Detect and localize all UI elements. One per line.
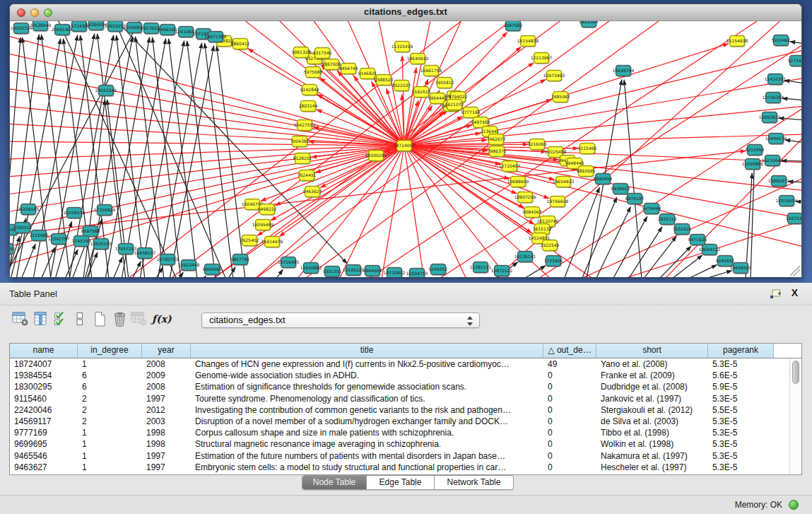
graph-node[interactable]: 1115686 bbox=[30, 230, 49, 243]
graph-node[interactable]: 2867608 bbox=[322, 59, 341, 71]
graph-node[interactable]: 16210643 bbox=[762, 156, 784, 168]
graph-node[interactable]: 19654923 bbox=[553, 177, 575, 189]
graph-node[interactable]: 1621072 bbox=[445, 100, 464, 112]
graph-node[interactable]: 10698505 bbox=[730, 263, 752, 275]
graph-node[interactable]: 20053346 bbox=[95, 86, 117, 98]
graph-node[interactable]: 1840954 bbox=[594, 174, 613, 186]
column-header-in_degree[interactable]: in_degree bbox=[78, 344, 142, 358]
graph-node[interactable]: 7004381 bbox=[290, 136, 310, 148]
graph-node[interactable]: 17359924 bbox=[94, 205, 116, 217]
graph-node[interactable]: 7632621 bbox=[673, 224, 692, 236]
column-header-pagerank[interactable]: pagerank bbox=[708, 344, 774, 358]
table-cell[interactable]: 1997 bbox=[142, 462, 191, 473]
graph-node[interactable]: 17016504 bbox=[776, 196, 798, 208]
graph-node[interactable]: 26206595 bbox=[18, 204, 40, 216]
graph-node[interactable]: 1145190 bbox=[72, 236, 91, 248]
graph-node[interactable]: 7625402 bbox=[240, 235, 259, 247]
table-mode-icon[interactable] bbox=[12, 311, 29, 329]
graph-edge[interactable] bbox=[794, 269, 800, 276]
table-cell[interactable]: 0 bbox=[543, 416, 596, 427]
graph-edge[interactable] bbox=[276, 269, 283, 277]
graph-edge[interactable] bbox=[187, 41, 216, 277]
graph-node[interactable]: 1167530 bbox=[786, 214, 801, 226]
graph-edge[interactable] bbox=[21, 244, 35, 277]
table-cell[interactable]: 1998 bbox=[142, 427, 191, 438]
table-row[interactable]: 1938455462009Genome-wide association stu… bbox=[10, 370, 790, 381]
graph-edge[interactable] bbox=[596, 207, 630, 277]
graph-edge[interactable] bbox=[703, 271, 732, 277]
table-cell[interactable]: Corpus callosum shape and size in male p… bbox=[191, 427, 543, 438]
graph-node[interactable]: 16914479 bbox=[261, 237, 283, 249]
graph-edge[interactable] bbox=[782, 98, 801, 100]
graph-node[interactable]: 2935114 bbox=[658, 214, 677, 226]
graph-node[interactable]: 5498222 bbox=[258, 204, 277, 216]
graph-edge[interactable] bbox=[10, 146, 404, 159]
graph-node[interactable]: 11416301 bbox=[765, 74, 787, 86]
table-row[interactable]: 969969511998Structural magnetic resonanc… bbox=[10, 438, 790, 450]
graph-node[interactable]: 2087682 bbox=[504, 21, 523, 32]
graph-edge[interactable] bbox=[140, 41, 184, 277]
graph-edge[interactable] bbox=[113, 257, 122, 277]
table-cell[interactable]: 5.3E-5 bbox=[708, 416, 774, 427]
graph-node[interactable]: 9061328 bbox=[292, 47, 311, 59]
graph-node[interactable]: 12706304 bbox=[763, 93, 784, 105]
table-cell[interactable]: 2003 bbox=[142, 416, 191, 427]
graph-node[interactable]: 9474444 bbox=[642, 204, 661, 216]
graph-node[interactable]: 18807299 bbox=[514, 192, 536, 204]
table-cell[interactable]: 5.5E-5 bbox=[708, 404, 774, 416]
table-row[interactable]: 1830029562008Estimation of significance … bbox=[10, 381, 790, 392]
table-cell[interactable]: Stergiakouli et al. (2012) bbox=[596, 404, 708, 416]
graph-node[interactable]: 16099489 bbox=[252, 220, 274, 232]
table-cell[interactable]: 9463627 bbox=[10, 462, 78, 473]
table-cell[interactable]: 5.3E-5 bbox=[708, 450, 774, 462]
table-row[interactable]: 946362711997Embryonic stem cells: a mode… bbox=[10, 462, 790, 473]
table-cell[interactable]: 0 bbox=[543, 438, 596, 450]
table-scrollbar-thumb[interactable] bbox=[792, 361, 799, 384]
graph-node[interactable]: 16154838 bbox=[517, 36, 539, 48]
table-cell[interactable]: Estimation of significance thresholds fo… bbox=[191, 381, 543, 392]
tab-edge-table[interactable]: Edge Table bbox=[367, 476, 435, 489]
tab-network-table[interactable]: Network Table bbox=[435, 476, 513, 489]
graph-node[interactable]: 10195220 bbox=[343, 265, 365, 277]
graph-edge[interactable] bbox=[751, 159, 755, 277]
graph-node[interactable]: 8128251 bbox=[293, 153, 312, 165]
table-cell[interactable]: 5.9E-5 bbox=[708, 381, 774, 392]
table-row[interactable]: 1872400712008Changes of HCN gene express… bbox=[10, 358, 790, 370]
table-cell[interactable]: 2 bbox=[78, 393, 142, 404]
graph-node[interactable]: 9331351 bbox=[323, 267, 342, 278]
table-cell[interactable]: Disruption of a novel member of a sodium… bbox=[191, 416, 543, 427]
table-cell[interactable]: Nakamura et al. (1997) bbox=[596, 450, 708, 462]
graph-node[interactable]: 11595806 bbox=[742, 159, 764, 171]
table-cell[interactable]: 6 bbox=[78, 381, 142, 392]
table-select-dropdown[interactable]: citations_edges.txt bbox=[201, 313, 480, 328]
table-cell[interactable]: 9699695 bbox=[10, 438, 78, 450]
graph-edge[interactable] bbox=[254, 146, 404, 277]
table-cell[interactable]: 2012 bbox=[142, 404, 191, 416]
graph-edge[interactable] bbox=[10, 146, 404, 177]
graph-node[interactable]: 8815304 bbox=[579, 21, 599, 28]
graph-node[interactable]: 10427552 bbox=[294, 120, 316, 132]
graph-node[interactable]: 9146821 bbox=[358, 69, 377, 81]
graph-node[interactable]: 9317546 bbox=[313, 48, 332, 60]
graph-node[interactable]: 7955812 bbox=[435, 78, 454, 90]
table-cell[interactable]: 1997 bbox=[142, 450, 191, 462]
table-cell[interactable]: 5.3E-5 bbox=[708, 462, 774, 473]
graph-node[interactable]: 9699695 bbox=[203, 264, 222, 276]
table-cell[interactable]: Genome-wide association studies in ADHD. bbox=[191, 370, 543, 381]
graph-node[interactable]: 20538949 bbox=[30, 21, 52, 32]
graph-edge[interactable] bbox=[297, 146, 404, 277]
function-builder-icon[interactable]: ƒ(x) bbox=[152, 313, 172, 325]
graph-node[interactable]: 9857791 bbox=[231, 255, 250, 267]
graph-node[interactable]: 16782753 bbox=[157, 255, 179, 267]
graph-edge[interactable] bbox=[779, 118, 801, 120]
table-cell[interactable]: 1998 bbox=[142, 438, 191, 450]
table-cell[interactable]: 9115460 bbox=[10, 393, 78, 404]
graph-node[interactable]: 6879197 bbox=[625, 194, 645, 206]
table-cell[interactable]: Wolkin et al. (1998) bbox=[596, 438, 708, 450]
table-cell[interactable]: 0 bbox=[543, 427, 596, 438]
table-cell[interactable]: Structural magnetic resonance image aver… bbox=[191, 438, 543, 450]
graph-node[interactable]: 1162615 bbox=[412, 87, 431, 99]
graph-node[interactable]: 19756928 bbox=[547, 197, 569, 209]
graph-node[interactable]: 15892971 bbox=[768, 176, 790, 188]
graph-node[interactable]: 12093822 bbox=[759, 112, 781, 124]
